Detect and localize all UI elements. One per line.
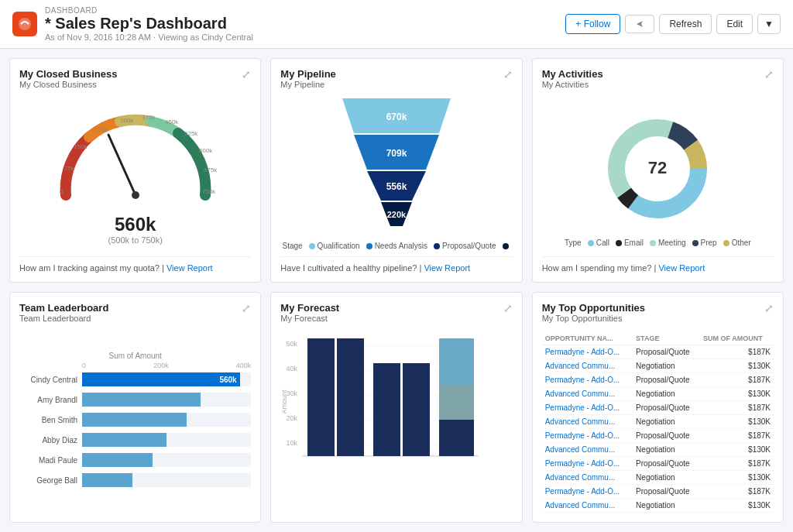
leaderboard-title: Team Leaderboard — [19, 302, 108, 314]
svg-text:375k: 375k — [142, 114, 156, 121]
funnel-legend-qual: Qualification — [309, 242, 360, 250]
pipeline-report-link[interactable]: View Report — [424, 263, 470, 273]
donut-legend-type-label: Type — [565, 239, 582, 247]
donut-legend-email: Email — [616, 239, 644, 247]
opp-name-5: Advanced Commu... — [542, 415, 633, 429]
bar-row-abby: Abby Diaz — [19, 433, 251, 447]
table-row: Permadyne - Add-O... Proposal/Quote $187… — [542, 457, 774, 471]
opportunities-expand-icon[interactable]: ⤢ — [764, 302, 774, 314]
svg-rect-46 — [439, 338, 474, 385]
donut-legend: Type Call Email Meeting Prep Other — [565, 239, 751, 247]
table-row: Advanced Commu... Negotiation $130K — [542, 443, 774, 457]
pipeline-card: My Pipeline My Pipeline ⤢ 670k 709k 556k… — [270, 58, 522, 283]
opp-amount-8: $187K — [700, 457, 774, 471]
bar-track-abby — [82, 433, 251, 447]
opp-amount-10: $187K — [700, 485, 774, 499]
opp-link-7[interactable]: Advanced Commu... — [545, 445, 616, 454]
opp-stage-0: Proposal/Quote — [633, 345, 700, 359]
bar-fill-ben — [82, 413, 187, 427]
forecast-svg: 50k 40k 30k 20k 10k Amount — [280, 332, 482, 472]
forecast-subtitle: My Forecast — [280, 314, 339, 323]
opp-amount-6: $187K — [700, 429, 774, 443]
table-row: Permadyne - Add-O... Proposal/Quote $187… — [542, 429, 774, 443]
bar-track-george — [82, 473, 251, 487]
activities-footer: How am I spending my time? | View Report — [542, 256, 774, 273]
leaderboard-expand-icon[interactable]: ⤢ — [242, 302, 251, 314]
bar-fill-cindy: 560k — [82, 372, 240, 386]
bar-axis: 0 200k 400k — [19, 362, 251, 369]
opp-stage-10: Proposal/Quote — [633, 485, 700, 499]
header-left: DASHBOARD * Sales Rep's Dashboard As of … — [12, 6, 253, 42]
opp-link-8[interactable]: Permadyne - Add-O... — [545, 459, 620, 468]
svg-text:20k: 20k — [287, 414, 298, 422]
svg-point-13 — [132, 191, 139, 199]
closed-business-expand-icon[interactable]: ⤢ — [242, 68, 251, 81]
activities-subtitle: My Activities — [542, 80, 603, 89]
opp-link-2[interactable]: Permadyne - Add-O... — [545, 376, 620, 384]
table-row: Permadyne - Add-O... Proposal/Quote $187… — [542, 345, 774, 359]
closed-business-footer: How am I tracking against my quota? | Vi… — [19, 256, 251, 273]
donut-container: 72 Type Call Email Meeting Prep Other — [542, 98, 774, 256]
bar-fill-abby — [82, 433, 166, 447]
opp-link-0[interactable]: Permadyne - Add-O... — [545, 348, 620, 356]
activities-report-link[interactable]: View Report — [658, 263, 705, 273]
bar-label-george: George Ball — [19, 476, 77, 485]
svg-text:600k: 600k — [199, 147, 213, 154]
svg-text:0: 0 — [60, 188, 64, 195]
forecast-title: My Forecast — [280, 302, 339, 314]
opp-name-6: Permadyne - Add-O... — [542, 429, 633, 443]
more-button[interactable]: ▼ — [757, 14, 781, 34]
refresh-button[interactable]: Refresh — [659, 14, 712, 34]
share-button[interactable] — [625, 15, 654, 33]
opp-link-10[interactable]: Permadyne - Add-O... — [545, 487, 620, 496]
opp-link-3[interactable]: Advanced Commu... — [545, 390, 616, 398]
opp-amount-4: $187K — [700, 401, 774, 415]
donut-legend-call: Call — [588, 239, 609, 247]
opp-link-6[interactable]: Permadyne - Add-O... — [545, 431, 620, 440]
activities-card: My Activities My Activities ⤢ — [532, 58, 784, 283]
opp-link-5[interactable]: Advanced Commu... — [545, 417, 616, 426]
svg-text:Amount: Amount — [280, 390, 288, 414]
opp-stage-6: Proposal/Quote — [633, 429, 700, 443]
col-stage: STAGE — [633, 332, 700, 345]
pipeline-expand-icon[interactable]: ⤢ — [503, 68, 513, 81]
bar-fill-amy — [82, 393, 201, 407]
opp-name-9: Advanced Commu... — [542, 471, 633, 485]
opp-amount-3: $130K — [700, 387, 774, 401]
forecast-expand-icon[interactable]: ⤢ — [503, 302, 513, 314]
opp-stage-4: Proposal/Quote — [633, 401, 700, 415]
bar-row-cindy: Cindy Central 560k — [19, 372, 251, 386]
opp-name-10: Permadyne - Add-O... — [542, 485, 633, 499]
follow-button[interactable]: + Follow — [565, 14, 620, 34]
opp-stage-1: Negotiation — [633, 359, 700, 373]
edit-button[interactable]: Edit — [716, 14, 753, 34]
col-opportunity-name: OPPORTUNITY NA... — [542, 332, 633, 345]
opp-name-11: Advanced Commu... — [542, 499, 633, 513]
opp-amount-11: $130K — [700, 499, 774, 513]
leaderboard-header: Team Leaderboard Team Leaderboard ⤢ — [19, 302, 251, 329]
activities-expand-icon[interactable]: ⤢ — [764, 68, 774, 81]
forecast-card: My Forecast My Forecast ⤢ 50k 40k 30k 20… — [270, 292, 522, 523]
opp-link-11[interactable]: Advanced Commu... — [545, 501, 616, 510]
bar-track-madi — [82, 453, 251, 467]
closed-business-subtitle: My Closed Business — [19, 80, 117, 89]
opp-link-9[interactable]: Advanced Commu... — [545, 473, 616, 482]
bar-label-ben: Ben Smith — [19, 416, 77, 424]
leaderboard-subtitle: Team Leaderboard — [19, 314, 108, 323]
opp-name-4: Permadyne - Add-O... — [542, 401, 633, 415]
opportunities-table-body: Permadyne - Add-O... Proposal/Quote $187… — [542, 345, 774, 513]
dashboard-label: DASHBOARD — [45, 6, 253, 15]
opp-stage-3: Negotiation — [633, 387, 700, 401]
bar-value-cindy: 560k — [219, 376, 236, 384]
opp-name-7: Advanced Commu... — [542, 443, 633, 457]
opp-name-8: Permadyne - Add-O... — [542, 457, 633, 471]
forecast-header: My Forecast My Forecast ⤢ — [280, 302, 512, 329]
opp-amount-2: $187K — [700, 373, 774, 387]
opp-link-1[interactable]: Advanced Commu... — [545, 362, 616, 370]
header: DASHBOARD * Sales Rep's Dashboard As of … — [0, 0, 793, 49]
opp-link-4[interactable]: Permadyne - Add-O... — [545, 403, 620, 412]
opportunities-subtitle: My Top Opportunities — [542, 314, 645, 323]
opportunities-header: My Top Opportunities My Top Opportunitie… — [542, 302, 774, 329]
closed-business-report-link[interactable]: View Report — [166, 263, 213, 273]
svg-text:225k: 225k — [93, 126, 107, 133]
